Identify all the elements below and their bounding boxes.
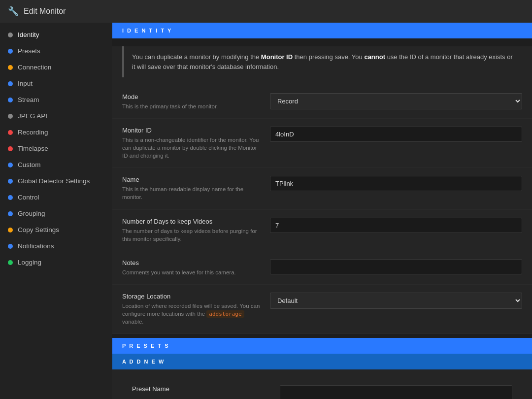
preset-name-control	[280, 385, 512, 399]
preset-name-input[interactable]	[280, 385, 512, 399]
sidebar-item-input[interactable]: Input	[0, 75, 112, 92]
sidebar-dot-13	[8, 244, 13, 249]
info-bold-monitor-id: Monitor ID	[261, 53, 293, 61]
sidebar-item-stream[interactable]: Stream	[0, 92, 112, 108]
sidebar-item-timelapse[interactable]: Timelapse	[0, 140, 112, 157]
storage-label-group: Storage Location Location of where recor…	[122, 293, 260, 326]
notes-control	[270, 259, 522, 274]
sidebar-label-4: Stream	[18, 96, 39, 103]
sidebar-label-7: Timelapse	[18, 145, 48, 152]
add-new-header: A D D N E W	[112, 354, 532, 369]
page-title: Edit Monitor	[24, 7, 66, 16]
sidebar-dot-4	[8, 98, 13, 102]
sidebar-label-14: Logging	[18, 259, 41, 266]
sidebar-item-recording[interactable]: Recording	[0, 124, 112, 140]
content-area: I D E N T I T Y You can duplicate a moni…	[112, 23, 532, 399]
mode-label: Mode	[122, 93, 260, 100]
identity-section-body: You can duplicate a monitor by modifying…	[112, 46, 532, 334]
mode-desc: This is the primary task of the monitor.	[122, 102, 260, 110]
name-label: Name	[122, 176, 260, 183]
main-layout: IdentityPresetsConnectionInputStreamJPEG…	[0, 23, 532, 399]
sidebar-item-presets[interactable]: Presets	[0, 43, 112, 59]
identity-section-header: I D E N T I T Y	[112, 23, 532, 38]
days-desc: The number of days to keep videos before…	[122, 227, 260, 243]
notes-label: Notes	[122, 259, 260, 266]
sidebar-item-custom[interactable]: Custom	[0, 157, 112, 173]
sidebar: IdentityPresetsConnectionInputStreamJPEG…	[0, 23, 112, 399]
storage-desc: Location of where recorded files will be…	[122, 302, 260, 326]
days-control	[270, 218, 522, 233]
info-bold-cannot: cannot	[364, 53, 385, 61]
mode-label-group: Mode This is the primary task of the mon…	[122, 93, 260, 110]
sidebar-label-13: Notifications	[18, 242, 54, 250]
preset-name-label: Preset Name	[132, 385, 270, 393]
name-control	[270, 176, 522, 191]
sidebar-item-grouping[interactable]: Grouping	[0, 205, 112, 222]
monitor-id-desc: This is a non-changeable identifier for …	[122, 136, 260, 160]
sidebar-dot-5	[8, 114, 13, 119]
sidebar-dot-12	[8, 228, 13, 233]
addstorage-code: addstorage	[206, 310, 244, 318]
sidebar-dot-9	[8, 179, 13, 184]
sidebar-item-notifications[interactable]: Notifications	[0, 238, 112, 254]
presets-section-body: A D D N E W Preset Name	[112, 354, 532, 399]
sidebar-label-6: Recording	[18, 129, 48, 136]
identity-section: I D E N T I T Y You can duplicate a moni…	[112, 23, 532, 334]
name-desc: This is the human-readable display name …	[122, 185, 260, 201]
sidebar-label-2: Connection	[18, 64, 51, 71]
sidebar-dot-14	[8, 260, 13, 265]
sidebar-label-5: JPEG API	[18, 112, 47, 120]
app-header: 🔧 Edit Monitor	[0, 0, 532, 23]
sidebar-label-1: Presets	[18, 47, 40, 55]
form-row-mode: Mode This is the primary task of the mon…	[112, 85, 532, 119]
form-row-monitor-id: Monitor ID This is a non-changeable iden…	[112, 119, 532, 168]
monitor-id-input[interactable]	[270, 127, 522, 142]
sidebar-dot-3	[8, 81, 13, 86]
sidebar-dot-11	[8, 211, 13, 216]
sidebar-dot-6	[8, 130, 13, 135]
sidebar-label-3: Input	[18, 80, 33, 87]
presets-section-header: P R E S E T S	[112, 338, 532, 354]
form-row-notes: Notes Comments you want to leave for thi…	[112, 251, 532, 285]
storage-select[interactable]: Default	[270, 293, 522, 309]
sidebar-item-connection[interactable]: Connection	[0, 59, 112, 75]
form-row-days: Number of Days to keep Videos The number…	[112, 210, 532, 251]
sidebar-dot-10	[8, 195, 13, 200]
add-new-body: Preset Name	[112, 369, 532, 399]
identity-info-box: You can duplicate a monitor by modifying…	[122, 46, 522, 77]
monitor-id-control	[270, 127, 522, 142]
sidebar-item-global-detector-settings[interactable]: Global Detector Settings	[0, 173, 112, 189]
sidebar-label-9: Global Detector Settings	[18, 177, 90, 185]
form-row-name: Name This is the human-readable display …	[112, 168, 532, 209]
form-row-preset-name: Preset Name	[122, 377, 522, 399]
presets-section: P R E S E T S A D D N E W Preset Name	[112, 338, 532, 399]
mode-control: Record	[270, 93, 522, 109]
sidebar-item-jpeg-api[interactable]: JPEG API	[0, 108, 112, 124]
sidebar-dot-8	[8, 163, 13, 167]
sidebar-dot-1	[8, 49, 13, 54]
sidebar-item-control[interactable]: Control	[0, 189, 112, 205]
sidebar-label-0: Identity	[18, 31, 39, 38]
sidebar-item-logging[interactable]: Logging	[0, 254, 112, 270]
storage-label: Storage Location	[122, 293, 260, 300]
info-text-middle: then pressing save. You	[293, 53, 364, 61]
mode-select[interactable]: Record	[270, 93, 522, 109]
days-input[interactable]	[270, 218, 522, 233]
name-label-group: Name This is the human-readable display …	[122, 176, 260, 201]
days-label: Number of Days to keep Videos	[122, 218, 260, 225]
sidebar-item-identity[interactable]: Identity	[0, 27, 112, 43]
sidebar-item-copy-settings[interactable]: Copy Settings	[0, 222, 112, 238]
sidebar-label-8: Custom	[18, 161, 41, 168]
notes-input[interactable]	[270, 259, 522, 274]
monitor-id-label: Monitor ID	[122, 127, 260, 134]
days-label-group: Number of Days to keep Videos The number…	[122, 218, 260, 243]
storage-control: Default	[270, 293, 522, 309]
notes-label-group: Notes Comments you want to leave for thi…	[122, 259, 260, 276]
name-input[interactable]	[270, 176, 522, 191]
monitor-id-label-group: Monitor ID This is a non-changeable iden…	[122, 127, 260, 160]
preset-name-label-group: Preset Name	[132, 385, 270, 395]
sidebar-label-12: Copy Settings	[18, 226, 59, 233]
notes-desc: Comments you want to leave for this came…	[122, 268, 260, 276]
info-text-before: You can duplicate a monitor by modifying…	[132, 53, 261, 61]
sidebar-dot-0	[8, 33, 13, 37]
